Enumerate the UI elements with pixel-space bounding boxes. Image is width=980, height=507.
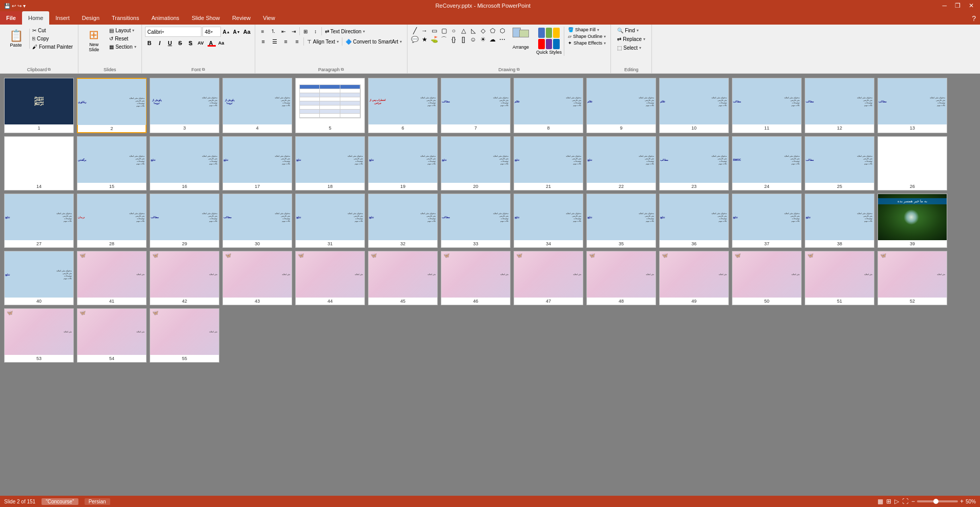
decrease-indent-button[interactable]: ⇤ [279, 27, 288, 36]
font-name-field[interactable]: Calibri ▾ [145, 27, 201, 37]
slide-thumb[interactable]: مطالبمحتوای متنی اسلایدمتن فارسیتوضیحاتن… [877, 78, 947, 133]
slide-thumb[interactable]: 26 [877, 136, 947, 191]
shape-brace[interactable]: [] [459, 35, 467, 44]
slide-thumb[interactable]: 🦋متن اسلاید49 [659, 251, 729, 305]
minimize-button[interactable]: ─ [940, 2, 949, 9]
view-reading-button[interactable]: ▷ [894, 498, 899, 505]
convert-smartart-button[interactable]: 🔷 Convert to SmartArt ▾ [343, 38, 404, 46]
drawing-expand-icon[interactable]: ⧉ [517, 67, 520, 72]
strikethrough-button[interactable]: S [176, 38, 185, 48]
font-color-button[interactable]: A [207, 38, 216, 48]
slide-thumb[interactable]: 🦋متن اسلاید53 [4, 308, 74, 363]
bullets-button[interactable]: ≡ [258, 27, 268, 36]
shape-oval[interactable]: ○ [450, 27, 458, 35]
zoom-slider[interactable] [917, 500, 958, 502]
tab-transitions[interactable]: Transitions [106, 11, 145, 25]
slide-thumb[interactable]: علائممحتوای متنی اسلایدمتن فارسیتوضیحاتن… [586, 78, 656, 133]
slide-thumb[interactable]: نتایجمحتوای متنی اسلایدمتن فارسیتوضیحاتن… [514, 194, 583, 248]
select-button[interactable]: ⬚ Select ▾ [615, 44, 647, 52]
char-spacing-button[interactable]: AV [196, 38, 206, 48]
italic-button[interactable]: I [155, 38, 165, 48]
status-tab-language[interactable]: Persian [85, 498, 110, 505]
arrange-button[interactable]: Arrange [509, 27, 532, 51]
align-center-button[interactable]: ☰ [270, 37, 280, 46]
slide-thumb[interactable]: ریکاوریمحتوای متنی اسلایدمتن فارسیتوضیحا… [77, 78, 147, 133]
view-slide-sorter-button[interactable]: ⊞ [886, 498, 891, 505]
slide-thumb[interactable]: نتایجمحتوای متنی اسلایدمتن فارسیتوضیحاتن… [222, 136, 292, 191]
align-text-button[interactable]: ⊤ Align Text ▾ [305, 38, 341, 46]
slide-thumb[interactable]: نتایجمحتوای متنی اسلایدمتن فارسیتوضیحاتن… [295, 194, 365, 248]
close-button[interactable]: ✕ [967, 2, 976, 9]
shape-diamond[interactable]: ◇ [479, 27, 487, 35]
slide-thumb[interactable]: نتایجمحتوای متنی اسلایدمتن فارسیتوضیحاتن… [514, 136, 583, 191]
zoom-thumb[interactable] [933, 499, 938, 504]
shape-fill-button[interactable]: 🪣 Shape Fill ▾ [566, 27, 607, 33]
slide-thumb[interactable]: 🦋متن اسلاید43 [222, 251, 292, 305]
shape-smiley[interactable]: ☺ [469, 35, 477, 44]
clipboard-expand-icon[interactable]: ⧉ [48, 67, 51, 72]
justify-button[interactable]: ≡ [292, 37, 302, 46]
slide-thumb[interactable]: 🦋متن اسلاید54 [77, 308, 147, 363]
section-button[interactable]: ▦ Section ▾ [107, 43, 138, 51]
underline-button[interactable]: U [166, 38, 175, 48]
slide-thumb[interactable]: علائممحتوای متنی اسلایدمتن فارسیتوضیحاتن… [514, 78, 583, 133]
cut-button[interactable]: ✂ Cut [30, 27, 75, 34]
increase-indent-button[interactable]: ⇥ [289, 27, 298, 36]
slide-thumb[interactable]: نتایجمحتوای متنی اسلایدمتن فارسیتوضیحاتن… [4, 251, 74, 305]
shape-callout[interactable]: 💬 [411, 35, 419, 44]
slide-thumb[interactable]: 🦋متن اسلاید46 [441, 251, 511, 305]
copy-button[interactable]: ⎘ Copy [30, 35, 75, 43]
font-size-field[interactable]: 48 ▾ [202, 27, 221, 37]
quick-styles-button[interactable]: Quick Styles [534, 27, 564, 56]
slide-thumb[interactable]: مطالبمحتوای متنی اسلایدمتن فارسیتوضیحاتن… [222, 194, 292, 248]
shape-bracket[interactable]: {} [450, 35, 458, 44]
align-left-button[interactable]: ≡ [258, 37, 269, 46]
slide-thumb[interactable]: مطالبمحتوای متنی اسلایدمتن فارسیتوضیحاتن… [150, 194, 219, 248]
shape-hex[interactable]: ⬡ [498, 27, 506, 35]
slide-thumb[interactable]: 🦋متن اسلاید42 [150, 251, 219, 305]
shape-sun[interactable]: ☀ [479, 35, 487, 44]
slide-thumb[interactable]: به ما خبر همسر بده39 [877, 194, 947, 248]
slide-thumb[interactable]: نتایجمحتوای متنی اسلایدمتن فارسیتوضیحاتن… [805, 194, 874, 248]
save-icon[interactable]: 💾 [4, 3, 10, 9]
shape-cloud[interactable]: ☁ [488, 35, 497, 44]
format-painter-button[interactable]: 🖌 Format Painter [30, 43, 75, 51]
numbering-button[interactable]: ⒈ [269, 27, 278, 36]
shape-arrow[interactable]: → [420, 27, 428, 35]
bold-button[interactable]: B [145, 38, 154, 48]
align-right-button[interactable]: ≡ [281, 37, 291, 46]
slide-thumb[interactable]: نتایجمحتوای متنی اسلایدمتن فارسیتوضیحاتن… [659, 194, 729, 248]
font-expand-icon[interactable]: ⧉ [202, 67, 205, 72]
replace-button[interactable]: ⇄ Replace ▾ [615, 35, 647, 43]
shape-star[interactable]: ★ [420, 35, 428, 44]
slide-thumb[interactable]: نتایجمحتوای متنی اسلایدمتن فارسیتوضیحاتن… [368, 136, 438, 191]
slide-thumb[interactable]: مطالبمحتوای متنی اسلایدمتن فارسیتوضیحاتن… [805, 136, 874, 191]
tab-view[interactable]: View [257, 11, 281, 25]
tab-insert[interactable]: Insert [49, 11, 76, 25]
tab-review[interactable]: Review [226, 11, 257, 25]
slide-thumb[interactable]: درمانمحتوای متنی اسلایدمتن فارسیتوضیحاتن… [77, 194, 147, 248]
find-button[interactable]: 🔍 Find ▾ [615, 27, 647, 34]
increase-font-button[interactable]: A▲ [222, 27, 231, 36]
slide-thumb[interactable]: علائممحتوای متنی اسلایدمتن فارسیتوضیحاتن… [659, 78, 729, 133]
slide-thumb[interactable]: 14 [4, 136, 74, 191]
slide-thumb[interactable]: نتایجمحتوای متنی اسلایدمتن فارسیتوضیحاتن… [150, 136, 219, 191]
paste-button[interactable]: 📋 Paste [3, 27, 29, 51]
slide-thumb[interactable]: SWOCمحتوای متنی اسلایدمتن فارسیتوضیحاتنک… [732, 136, 802, 191]
new-slide-button[interactable]: ⊞ NewSlide [81, 27, 106, 54]
slide-thumb[interactable]: مطالبمحتوای متنی اسلایدمتن فارسیتوضیحاتن… [441, 194, 511, 248]
help-icon[interactable]: ? [968, 12, 980, 25]
slide-thumb[interactable]: 🦋متن اسلاید41 [77, 251, 147, 305]
tab-slideshow[interactable]: Slide Show [186, 11, 226, 25]
slide-thumb[interactable]: نتایجمحتوای متنی اسلایدمتن فارسیتوضیحاتن… [586, 194, 656, 248]
tab-file[interactable]: File [0, 11, 22, 25]
slide-thumb[interactable]: نتایجمحتوای متنی اسلایدمتن فارسیتوضیحاتن… [441, 136, 511, 191]
zoom-out-button[interactable]: − [911, 498, 915, 505]
shape-banner[interactable]: ⛳ [430, 35, 438, 44]
slide-thumb[interactable]: 🦋متن اسلاید44 [295, 251, 365, 305]
tab-home[interactable]: Home [22, 11, 49, 25]
slide-thumb[interactable]: 🦋متن اسلاید48 [586, 251, 656, 305]
slide-thumb[interactable]: اضطراب پس از جراحیمحتوای متنی اسلایدمتن … [368, 78, 438, 133]
slide-thumb[interactable]: 5 [295, 78, 365, 133]
decrease-font-button[interactable]: A▼ [232, 27, 241, 36]
